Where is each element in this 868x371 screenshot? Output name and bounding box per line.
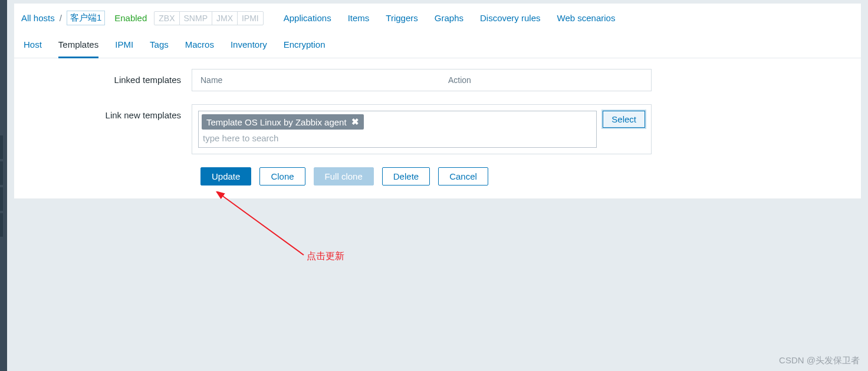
tab-templates[interactable]: Templates bbox=[58, 35, 98, 58]
select-template-button[interactable]: Select bbox=[603, 111, 645, 128]
main-card: All hosts / 客户端1 Enabled ZBX SNMP JMX IP… bbox=[14, 4, 861, 198]
proto-zbx: ZBX bbox=[154, 12, 179, 25]
nav-discovery-rules[interactable]: Discovery rules bbox=[480, 13, 541, 23]
row-linked-templates: Linked templates Name Action bbox=[24, 69, 851, 91]
cancel-button[interactable]: Cancel bbox=[438, 167, 488, 186]
template-chip-label: Template OS Linux by Zabbix agent bbox=[206, 117, 347, 127]
tab-encryption[interactable]: Encryption bbox=[284, 35, 326, 58]
sidebar-notches bbox=[0, 135, 3, 300]
template-search-input[interactable] bbox=[202, 130, 593, 144]
status-enabled: Enabled bbox=[114, 13, 147, 23]
update-button[interactable]: Update bbox=[200, 167, 251, 186]
svg-line-0 bbox=[221, 195, 304, 255]
label-linked-templates: Linked templates bbox=[24, 69, 192, 85]
delete-button[interactable]: Delete bbox=[382, 167, 430, 186]
nav-applications[interactable]: Applications bbox=[284, 13, 331, 23]
tabs-row: Host Templates IPMI Tags Macros Inventor… bbox=[14, 31, 861, 58]
annotation-arrow bbox=[215, 191, 315, 262]
linked-header-action: Action bbox=[448, 75, 643, 85]
full-clone-button: Full clone bbox=[314, 167, 374, 186]
tab-ipmi[interactable]: IPMI bbox=[115, 35, 133, 58]
link-new-area: Template OS Linux by Zabbix agent ✖ Sele… bbox=[192, 104, 652, 154]
proto-jmx: JMX bbox=[212, 12, 238, 25]
tab-inventory[interactable]: Inventory bbox=[231, 35, 267, 58]
linked-header-name: Name bbox=[200, 75, 448, 85]
proto-snmp: SNMP bbox=[180, 12, 212, 25]
annotation-text: 点击更新 bbox=[307, 250, 344, 263]
nav-items[interactable]: Items bbox=[348, 13, 370, 23]
clone-button[interactable]: Clone bbox=[259, 167, 305, 186]
nav-web-scenarios[interactable]: Web scenarios bbox=[557, 13, 616, 23]
header-row: All hosts / 客户端1 Enabled ZBX SNMP JMX IP… bbox=[14, 4, 861, 31]
nav-triggers[interactable]: Triggers bbox=[386, 13, 417, 23]
breadcrumb-current-host[interactable]: 客户端1 bbox=[67, 11, 105, 25]
template-chip: Template OS Linux by Zabbix agent ✖ bbox=[202, 114, 364, 130]
tab-tags[interactable]: Tags bbox=[150, 35, 169, 58]
form-area: Linked templates Name Action Link new te… bbox=[14, 58, 861, 198]
tab-macros[interactable]: Macros bbox=[185, 35, 214, 58]
nav-graphs[interactable]: Graphs bbox=[435, 13, 463, 23]
watermark: CSDN @头发保卫者 bbox=[779, 355, 860, 366]
protocol-group: ZBX SNMP JMX IPMI bbox=[154, 11, 263, 25]
breadcrumb-all-hosts[interactable]: All hosts bbox=[21, 13, 55, 23]
row-link-new-templates: Link new templates Template OS Linux by … bbox=[24, 104, 851, 154]
tab-host[interactable]: Host bbox=[24, 35, 42, 58]
linked-templates-box: Name Action bbox=[192, 69, 652, 91]
breadcrumb-separator: / bbox=[58, 13, 63, 23]
proto-ipmi: IPMI bbox=[238, 12, 263, 25]
template-multiselect[interactable]: Template OS Linux by Zabbix agent ✖ bbox=[198, 111, 597, 148]
remove-template-icon[interactable]: ✖ bbox=[351, 117, 359, 127]
label-link-new-templates: Link new templates bbox=[24, 104, 192, 120]
buttons-row: Update Clone Full clone Delete Cancel bbox=[24, 167, 851, 186]
